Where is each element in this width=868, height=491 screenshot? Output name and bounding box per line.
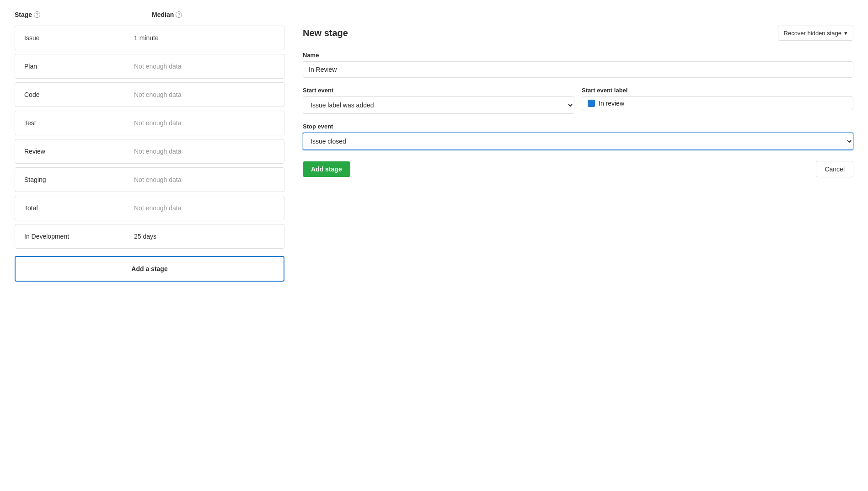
start-event-label-input-wrapper: In review xyxy=(582,96,853,110)
start-event-row: Start event Issue label was added Issue … xyxy=(303,87,853,114)
start-event-label-label: Start event label xyxy=(582,87,853,94)
page-container: Stage ? Median ? Issue 1 minute Plan Not… xyxy=(0,0,868,491)
table-row: In Development 25 days xyxy=(15,224,284,249)
stage-median: 25 days xyxy=(134,233,156,240)
median-help-icon[interactable]: ? xyxy=(176,11,182,18)
table-row: Plan Not enough data xyxy=(15,54,284,79)
stage-median: Not enough data xyxy=(134,91,182,98)
stage-name: Test xyxy=(24,119,134,127)
label-text-value: In review xyxy=(599,100,624,107)
name-label: Name xyxy=(303,52,853,59)
stage-help-icon[interactable]: ? xyxy=(34,11,40,18)
stage-name-input[interactable] xyxy=(303,61,853,78)
stage-name: Plan xyxy=(24,63,134,70)
table-row: Issue 1 minute xyxy=(15,26,284,50)
start-event-select[interactable]: Issue label was added Issue created Issu… xyxy=(303,96,574,114)
new-stage-header: New stage Recover hidden stage ▾ xyxy=(303,26,853,41)
stop-event-label: Stop event xyxy=(303,123,853,130)
median-col-header: Median ? xyxy=(152,11,182,18)
form-action-row: Add stage Cancel xyxy=(303,161,853,177)
table-row: Total Not enough data xyxy=(15,196,284,220)
stage-header-label: Stage xyxy=(15,11,32,18)
table-row: Staging Not enough data xyxy=(15,167,284,192)
stage-name: Code xyxy=(24,91,134,98)
new-stage-panel: New stage Recover hidden stage ▾ Name St… xyxy=(303,26,853,177)
median-header-label: Median xyxy=(152,11,174,18)
stage-median: 1 minute xyxy=(134,34,159,42)
start-event-label-group: Start event label In review xyxy=(582,87,853,114)
label-color-swatch xyxy=(588,100,595,107)
stage-median: Not enough data xyxy=(134,119,182,127)
add-stage-button[interactable]: Add a stage xyxy=(15,256,284,282)
table-header: Stage ? Median ? xyxy=(15,11,853,18)
start-event-group: Start event Issue label was added Issue … xyxy=(303,87,574,114)
main-layout: Issue 1 minute Plan Not enough data Code… xyxy=(15,26,853,282)
add-stage-submit-button[interactable]: Add stage xyxy=(303,161,350,177)
table-row: Code Not enough data xyxy=(15,82,284,107)
cancel-button[interactable]: Cancel xyxy=(816,161,853,177)
name-field-group: Name xyxy=(303,52,853,78)
stage-name: Total xyxy=(24,204,134,212)
stage-median: Not enough data xyxy=(134,148,182,155)
stage-name: Review xyxy=(24,148,134,155)
table-row: Test Not enough data xyxy=(15,111,284,135)
chevron-down-icon: ▾ xyxy=(844,30,847,37)
stage-name: Issue xyxy=(24,34,134,42)
stop-event-select[interactable]: Issue closed Issue label was added Issue… xyxy=(303,133,853,150)
stage-name: Staging xyxy=(24,176,134,183)
stage-col-header: Stage ? xyxy=(15,11,152,18)
table-row: Review Not enough data xyxy=(15,139,284,164)
stage-median: Not enough data xyxy=(134,63,182,70)
stop-event-group: Stop event Issue closed Issue label was … xyxy=(303,123,853,150)
stage-median: Not enough data xyxy=(134,176,182,183)
start-event-label: Start event xyxy=(303,87,574,94)
new-stage-title: New stage xyxy=(303,28,348,38)
stage-list-panel: Issue 1 minute Plan Not enough data Code… xyxy=(15,26,284,282)
recover-hidden-stage-button[interactable]: Recover hidden stage ▾ xyxy=(778,26,853,41)
stage-name: In Development xyxy=(24,233,134,240)
recover-btn-label: Recover hidden stage xyxy=(784,30,841,37)
stage-median: Not enough data xyxy=(134,204,182,212)
